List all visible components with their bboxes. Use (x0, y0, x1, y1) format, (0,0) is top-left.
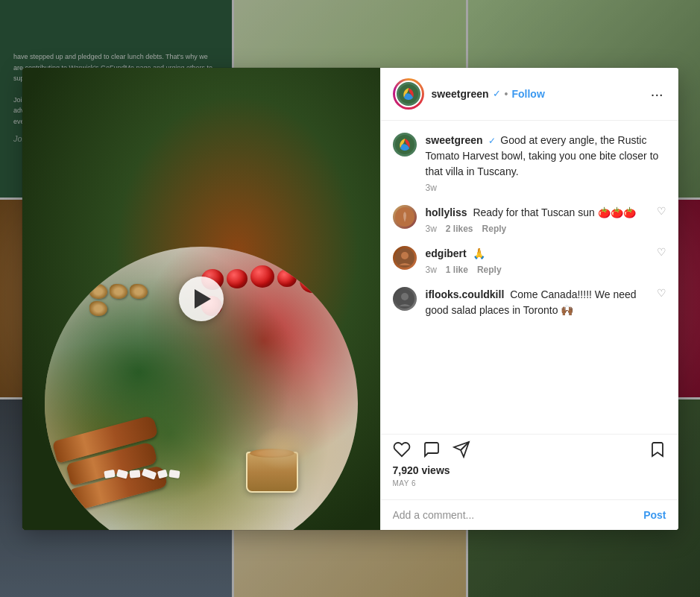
comment-row-1: edgibert 🙏 3w 1 like Reply ♡ (393, 246, 666, 275)
comment-likes-0: 2 likes (446, 224, 473, 234)
walnut-cluster (89, 284, 164, 316)
caption-username[interactable]: sweetgreen (426, 134, 483, 146)
actions-bar: 7,920 views MAY 6 (381, 434, 678, 499)
comment-body-0: hollyliss Ready for that Tuscan sun 🍅🍅🍅 … (426, 205, 648, 234)
heart-icon (393, 440, 411, 458)
comment-text-2: iflooks.couldkill Come Canada!!!!! We ne… (426, 288, 637, 316)
svg-point-13 (401, 293, 409, 300)
comment-time-1: 3w (426, 265, 437, 275)
add-comment-bar: Post (381, 499, 678, 530)
feta-cluster (104, 470, 194, 478)
comment-body-2: iflooks.couldkill Come Canada!!!!! We ne… (426, 287, 648, 318)
comment-username-1[interactable]: edgibert (426, 247, 467, 259)
comment-input[interactable] (393, 509, 638, 521)
play-button[interactable] (179, 277, 224, 321)
caption-body: sweetgreen ✓ Good at every angle, the Ru… (426, 133, 666, 193)
comment-username-2[interactable]: iflooks.couldkill (426, 288, 505, 300)
post-date: MAY 6 (393, 479, 666, 487)
comment-row-0: hollyliss Ready for that Tuscan sun 🍅🍅🍅 … (393, 205, 666, 234)
comment-username-0[interactable]: hollyliss (426, 206, 467, 218)
dot-separator: • (505, 88, 508, 100)
caption-text: sweetgreen ✓ Good at every angle, the Ru… (426, 134, 659, 177)
bookmark-button[interactable] (649, 440, 666, 458)
comment-icon (423, 440, 441, 458)
avatar (395, 80, 422, 107)
comment-content-0: Ready for that Tuscan sun 🍅🍅🍅 (473, 206, 635, 218)
comment-reply-button-0[interactable]: Reply (482, 224, 507, 234)
brand-logo (398, 83, 419, 104)
follow-button[interactable]: Follow (511, 88, 544, 100)
header-name-area: sweetgreen ✓ • Follow (432, 88, 640, 100)
more-options-button[interactable]: ··· (648, 86, 666, 101)
share-button[interactable] (453, 440, 470, 458)
comment-meta-0: 3w 2 likes Reply (426, 224, 648, 234)
comment-content-1: 🙏 (473, 247, 485, 259)
post-modal: sweetgreen ✓ • Follow ··· (22, 68, 678, 530)
views-count: 7,920 views (393, 464, 666, 476)
media-pane (22, 68, 380, 530)
verified-badge: ✓ (493, 88, 501, 99)
post-image (22, 68, 380, 530)
comments-area[interactable]: sweetgreen ✓ Good at every angle, the Ru… (381, 121, 678, 434)
comment-avatar-0[interactable] (393, 205, 417, 229)
comment-avatar-1[interactable] (393, 246, 417, 270)
caption-verified: ✓ (488, 136, 496, 146)
comment-meta-1: 3w 1 like Reply (426, 265, 648, 275)
caption-meta: 3w (426, 183, 666, 193)
action-icons (393, 440, 666, 458)
comment-heart-0[interactable]: ♡ (657, 205, 666, 217)
comment-button[interactable] (423, 440, 441, 458)
caption-row: sweetgreen ✓ Good at every angle, the Ru… (393, 133, 666, 193)
comment-reply-button-1[interactable]: Reply (477, 265, 502, 275)
comment-avatar-2[interactable] (393, 287, 417, 311)
caption-time: 3w (426, 183, 437, 193)
play-icon (195, 289, 211, 309)
grain-cluster (253, 426, 313, 470)
comment-heart-1[interactable]: ♡ (657, 246, 666, 258)
comment-text-0: hollyliss Ready for that Tuscan sun 🍅🍅🍅 (426, 206, 636, 218)
share-icon (453, 440, 470, 458)
avatar-ring[interactable] (393, 78, 424, 110)
comment-text-1: edgibert 🙏 (426, 247, 485, 259)
post-header: sweetgreen ✓ • Follow ··· (381, 68, 678, 121)
modal-overlay: sweetgreen ✓ • Follow ··· (0, 0, 700, 597)
comment-row-2: iflooks.couldkill Come Canada!!!!! We ne… (393, 287, 666, 318)
comment-heart-2[interactable]: ♡ (657, 287, 666, 299)
caption-avatar[interactable] (393, 133, 417, 157)
info-pane: sweetgreen ✓ • Follow ··· (380, 68, 678, 530)
post-username[interactable]: sweetgreen (432, 88, 489, 100)
comment-time-0: 3w (426, 224, 437, 234)
svg-point-11 (401, 252, 409, 259)
like-button[interactable] (393, 440, 411, 458)
comment-likes-1: 1 like (446, 265, 468, 275)
bookmark-icon (649, 440, 666, 458)
post-comment-button[interactable]: Post (643, 509, 666, 521)
comment-body-1: edgibert 🙏 3w 1 like Reply (426, 246, 648, 275)
